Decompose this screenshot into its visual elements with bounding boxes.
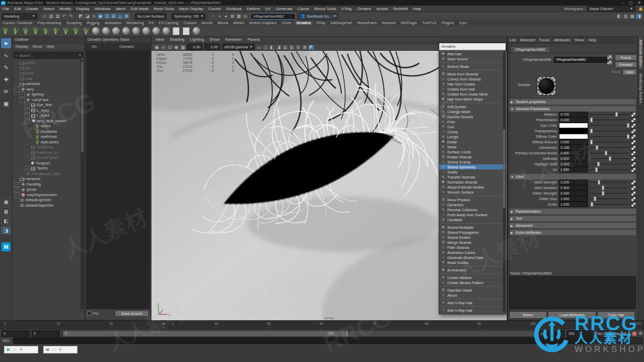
- expander-icon[interactable]: +: [25, 113, 30, 118]
- outliner-item-l-eye4[interactable]: +L_eye4: [14, 113, 85, 119]
- outliner-item-tongue1[interactable]: Tongue1: [14, 161, 85, 166]
- ornatrix-menu-item-strand-multiplier[interactable]: ✚Strand Multiplier: [439, 225, 506, 230]
- side-tab-modeling-toolkit[interactable]: Modeling Toolkit: [638, 70, 643, 107]
- exposure-field[interactable]: 0.00: [187, 44, 203, 50]
- ornatrix-menu-item-normalize-strands[interactable]: ✚Normalize Strands: [439, 179, 506, 185]
- section-general-parameters[interactable]: ▼General Parameters: [509, 106, 636, 112]
- section-glint[interactable]: ▼Glint: [509, 174, 636, 179]
- outliner-item-defaultobjectset[interactable]: defaultObjectSet: [14, 203, 85, 209]
- select-object-icon[interactable]: ◪: [84, 13, 91, 19]
- menu-set-selector[interactable]: Modeling▼: [2, 13, 38, 20]
- shelf-tab-rendering[interactable]: Rendering: [124, 21, 146, 25]
- slider[interactable]: [590, 191, 629, 196]
- restore-icon[interactable]: □: [53, 347, 55, 352]
- color-swatch[interactable]: [559, 123, 588, 128]
- expander-icon[interactable]: +: [25, 145, 30, 150]
- ornatrix-menu-item-frizz[interactable]: ◇Frizz: [439, 119, 506, 124]
- shelf-button-grass-2[interactable]: [21, 27, 30, 36]
- shelf-button-doc-18[interactable]: [182, 27, 191, 36]
- snap-plane-icon[interactable]: ◬: [117, 13, 123, 19]
- ae-menu-list[interactable]: List: [508, 38, 518, 42]
- isolate-select-icon[interactable]: ⊞: [295, 44, 301, 50]
- ornatrix-menu-item-change-width[interactable]: ∿Change Width: [439, 109, 506, 114]
- ornatrix-menu-item-clump[interactable]: ⌁Clump: [439, 129, 506, 134]
- ornatrix-menu-item-resolve-collisions[interactable]: ✦Resolve Collisions: [439, 207, 506, 212]
- outliner-item-l-eye2[interactable]: +L_eye2: [14, 108, 85, 114]
- shelf-tab-xgen[interactable]: XGen: [279, 21, 294, 25]
- minimize-button[interactable]: –: [621, 1, 623, 5]
- menu-arnold[interactable]: Arnold: [374, 7, 390, 11]
- value-field[interactable]: 0.000: [559, 117, 588, 123]
- ornatrix-menu-item-noise[interactable]: ≋Noise: [439, 144, 506, 149]
- outliner-item-facerig[interactable]: +FaceRig: [14, 182, 85, 188]
- menu-cache[interactable]: Cache: [295, 7, 311, 11]
- value-field[interactable]: 0.400: [559, 150, 588, 156]
- texture-map-button[interactable]: [631, 123, 636, 128]
- expander-icon[interactable]: +: [25, 103, 30, 108]
- menu-curves[interactable]: Curves: [206, 7, 223, 11]
- shelf-tab-zync[interactable]: Zync: [456, 21, 469, 25]
- redo-icon[interactable]: ↷: [67, 13, 74, 19]
- field-chart-icon[interactable]: ◨: [275, 44, 282, 50]
- outliner-item-eyelashes[interactable]: eyeLashes: [14, 140, 85, 145]
- outliner-item-camera2[interactable]: camera2: [14, 176, 85, 182]
- construction-history-icon[interactable]: ◎: [242, 13, 249, 19]
- ornatrix-menu-item-guides-from-hair[interactable]: ⌁Guides from Hair: [439, 86, 506, 92]
- expander-icon[interactable]: +: [20, 92, 25, 97]
- copy-tab-button[interactable]: Copy Tab: [597, 311, 635, 319]
- value-field[interactable]: 1.000: [559, 196, 588, 202]
- single-pane-layout[interactable]: ▣: [1, 198, 11, 206]
- ornatrix-menu-item-moov-physics[interactable]: ☰Moov Physics: [439, 197, 506, 202]
- ornatrix-menu-item-braid-guides[interactable]: ↯Braid Guides: [439, 260, 506, 265]
- select-component-icon[interactable]: ⊙: [91, 13, 97, 19]
- menu-windows[interactable]: Windows: [92, 7, 113, 11]
- film-gate-icon[interactable]: ▭: [256, 44, 262, 50]
- color-management-selector[interactable]: sRGB gamma▼: [222, 44, 255, 50]
- outliner-item-rendercam-light[interactable]: +Rendercam_light: [14, 171, 85, 177]
- shelf-button-sphere-10[interactable]: [101, 27, 110, 36]
- lighting-toggle-icon[interactable]: ◩: [308, 44, 314, 50]
- texture-map-button[interactable]: [631, 145, 636, 150]
- menu-mesh-tools[interactable]: Mesh Tools: [151, 7, 176, 11]
- outliner-item-front[interactable]: front: [14, 71, 85, 76]
- ornatrix-menu-item-dynamics[interactable]: ◇Dynamics: [439, 202, 506, 207]
- auto-keyframe-icon[interactable]: ⬤: [631, 330, 637, 336]
- value-field[interactable]: 2.000: [559, 161, 588, 167]
- save-scene-icon[interactable]: ▤: [54, 13, 61, 19]
- shelf-tab-animation[interactable]: Animation: [102, 21, 124, 25]
- value-field[interactable]: 1.550: [559, 167, 588, 172]
- viewport-menu-view[interactable]: View: [155, 37, 164, 43]
- section-swatch-properties[interactable]: ▶Swatch properties: [509, 99, 636, 105]
- value-field[interactable]: 0.200: [559, 179, 588, 185]
- grid-toggle-icon[interactable]: ▦: [180, 44, 186, 50]
- ornatrix-menu-item-create-weave-pattern[interactable]: ∿Create Weave Pattern: [439, 280, 506, 285]
- character-set-selector[interactable]: No Character Set: [595, 330, 629, 337]
- shelf-button-sphere-19[interactable]: [192, 27, 201, 36]
- shelf-button-grass-5[interactable]: [51, 27, 60, 36]
- ae-menu-show[interactable]: Show: [573, 38, 587, 42]
- gamma-field[interactable]: 1.00: [204, 44, 220, 50]
- ornatrix-menu-item-detail[interactable]: ✚Detail: [439, 139, 506, 144]
- expander-icon[interactable]: −: [15, 87, 20, 92]
- snap-grid-icon[interactable]: ◉: [97, 13, 104, 19]
- texture-map-button[interactable]: [631, 186, 636, 191]
- texture-map-button[interactable]: [631, 180, 636, 185]
- shelf-button-sphere-12[interactable]: [121, 27, 130, 36]
- command-input[interactable]: [13, 337, 594, 344]
- presets-button[interactable]: Presets*: [615, 61, 637, 68]
- section-advanced[interactable]: ▶Advanced: [509, 223, 636, 228]
- texture-view-icon[interactable]: ⊠: [229, 13, 235, 19]
- texture-map-button[interactable]: [631, 202, 636, 207]
- slider[interactable]: [590, 186, 629, 190]
- expander-icon[interactable]: +: [25, 108, 30, 113]
- symmetry-selector[interactable]: Symmetry: Off▼: [172, 13, 206, 20]
- restore-icon[interactable]: □: [14, 347, 16, 352]
- shelf-button-grass-3[interactable]: [31, 27, 40, 36]
- close-icon[interactable]: ✕: [59, 347, 62, 352]
- ornatrix-menu-item-generate-strand-data[interactable]: ⌁Generate Strand Data: [439, 255, 506, 260]
- rotate-tool[interactable]: ⟳: [1, 86, 11, 97]
- camera-select-icon[interactable]: ▣: [153, 44, 160, 50]
- ornatrix-menu-item-merge-strands[interactable]: ☰Merge Strands: [439, 240, 506, 245]
- shelf-button-grass-7[interactable]: [71, 27, 80, 36]
- menu-display[interactable]: Display: [74, 7, 92, 11]
